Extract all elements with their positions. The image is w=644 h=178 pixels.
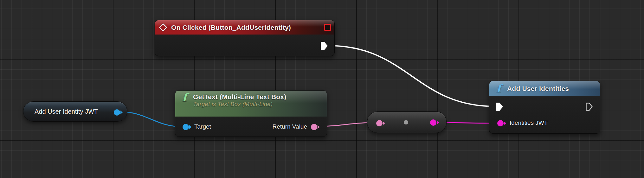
gettext-node-subtitle: Target is Text Box (Multi-Line) bbox=[193, 101, 321, 108]
gettext-node-title: GetText (Multi-Line Text Box) bbox=[193, 93, 321, 101]
node-on-clicked-event[interactable]: On Clicked (Button_AddUserIdentity) bbox=[155, 20, 335, 56]
variable-label: Add User Identity JWT bbox=[35, 102, 98, 121]
wire-object-variable-to-target[interactable] bbox=[120, 112, 182, 127]
exec-output-pin[interactable] bbox=[320, 41, 328, 50]
variable-output-pin[interactable] bbox=[113, 109, 123, 116]
wire-exec-onclicked-to-adduser[interactable] bbox=[328, 46, 495, 106]
event-node-header: On Clicked (Button_AddUserIdentity) bbox=[155, 20, 334, 35]
target-pin-label: Target bbox=[194, 123, 211, 130]
return-value-pin-label: Return Value bbox=[273, 123, 307, 130]
reroute-output-pin[interactable] bbox=[430, 119, 439, 126]
exec-output-pin[interactable] bbox=[585, 102, 593, 111]
identities-jwt-pin-label: Identities JWT bbox=[510, 119, 548, 126]
reroute-input-pin[interactable] bbox=[376, 120, 385, 127]
blueprint-canvas[interactable]: On Clicked (Button_AddUserIdentity) f Ge… bbox=[0, 0, 644, 178]
node-reroute[interactable] bbox=[367, 111, 447, 133]
exec-input-pin[interactable] bbox=[496, 102, 503, 111]
adduser-node-title: Add User Identities bbox=[507, 85, 569, 92]
gettext-node-header: f GetText (Multi-Line Text Box) Target i… bbox=[175, 91, 327, 117]
node-variable-get[interactable]: Add User Identity JWT bbox=[23, 101, 127, 122]
identities-jwt-input-pin[interactable] bbox=[497, 120, 506, 127]
function-icon: f bbox=[182, 91, 187, 104]
node-gettext-function[interactable]: f GetText (Multi-Line Text Box) Target i… bbox=[175, 90, 327, 137]
reroute-dot-icon bbox=[404, 120, 408, 124]
return-value-output-pin[interactable] bbox=[311, 124, 320, 130]
adduser-node-header: f Add User Identities bbox=[489, 81, 600, 96]
event-node-title: On Clicked (Button_AddUserIdentity) bbox=[171, 24, 291, 31]
target-input-pin[interactable] bbox=[182, 124, 192, 130]
node-add-user-identities[interactable]: f Add User Identities Identities JWT bbox=[489, 81, 600, 134]
function-icon: f bbox=[496, 82, 501, 95]
event-diamond-icon bbox=[159, 23, 167, 32]
delegate-pin-icon[interactable] bbox=[324, 24, 331, 31]
